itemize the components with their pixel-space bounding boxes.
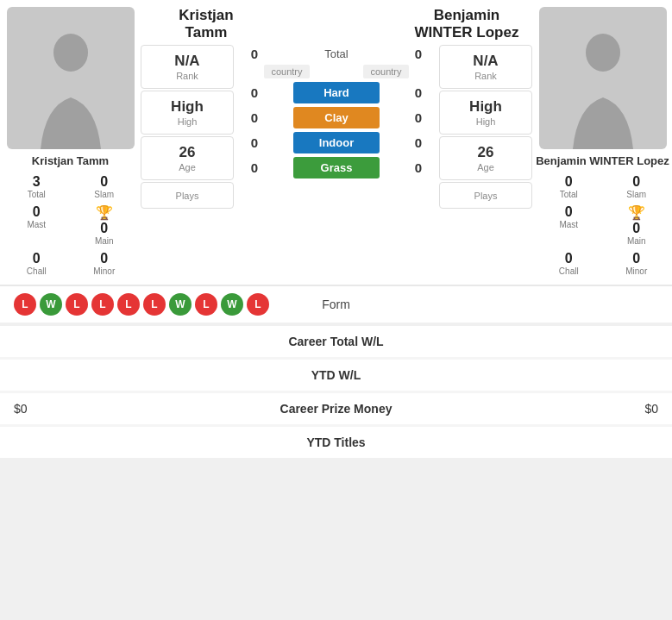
left-age-label: Age xyxy=(179,162,196,172)
bottom-row-career_prize: $0Career Prize Money$0 xyxy=(0,393,672,424)
stat-main-right-label: Main xyxy=(627,236,646,246)
stat-mast-left-value: 0 xyxy=(33,204,41,220)
form-badge-3: L xyxy=(91,293,114,316)
stat-minor-right-label: Minor xyxy=(625,266,647,276)
stat-chall-right-value: 0 xyxy=(565,251,573,266)
stat-chall-right: 0 Chall xyxy=(536,249,602,278)
right-high-value: High xyxy=(469,98,502,116)
form-badge-8: W xyxy=(221,293,243,316)
left-country: country xyxy=(264,65,309,78)
stat-chall-left-label: Chall xyxy=(27,266,47,276)
right-age-box: 26 Age xyxy=(439,136,532,180)
bottom-row-left-career_prize: $0 xyxy=(14,402,242,416)
form-badge-7: L xyxy=(195,293,217,316)
form-badges-left: LWLLLLWLWL xyxy=(14,293,285,316)
left-high-value: High xyxy=(171,98,204,116)
avatar-right xyxy=(539,7,667,149)
stat-slam-right-label: Slam xyxy=(626,190,646,199)
right-country: country xyxy=(363,65,408,78)
stat-total-left-label: Total xyxy=(28,190,46,199)
silhouette-left-icon xyxy=(32,28,110,149)
stat-total-right-value: 0 xyxy=(565,174,573,190)
left-clay: 0 xyxy=(237,110,272,125)
stat-slam-left: 0 Slam xyxy=(72,172,138,201)
stat-mast-right-label: Mast xyxy=(559,220,578,229)
stat-minor-right-value: 0 xyxy=(632,251,640,266)
form-label: Form xyxy=(285,297,388,311)
bottom-row-center-ytd_wl: YTD W/L xyxy=(242,368,431,382)
right-hard: 0 xyxy=(401,85,436,100)
stat-minor-left: 0 Minor xyxy=(72,249,138,278)
player-right-stats: 0 Total 0 Slam 0 Mast 🏆 0 Main 0 xyxy=(536,172,669,278)
right-rank-value: N/A xyxy=(473,53,498,70)
grass-row: 0 Grass 0 xyxy=(237,155,436,180)
right-rank-box: N/A Rank xyxy=(439,45,532,89)
bottom-row-center-career_prize: Career Prize Money xyxy=(242,402,431,416)
clay-surface-pill: Clay xyxy=(293,107,380,128)
right-age-label: Age xyxy=(477,162,494,172)
silhouette-right-icon xyxy=(564,28,642,149)
left-high-label: High xyxy=(178,116,198,127)
svg-point-0 xyxy=(53,34,88,72)
left-grass: 0 xyxy=(237,160,272,175)
form-badge-4: L xyxy=(117,293,140,316)
form-section: LWLLLLWLWL Form xyxy=(0,286,672,323)
stat-minor-left-value: 0 xyxy=(100,251,108,266)
player-right: Benjamin WINTER Lopez 0 Total 0 Slam 0 M… xyxy=(536,7,669,278)
stat-slam-left-label: Slam xyxy=(94,190,114,199)
left-total: 0 xyxy=(237,47,272,61)
left-high-box: High High xyxy=(141,91,234,135)
main-container: Kristjan Tamm 3 Total 0 Slam 0 Mast 🏆 0 xyxy=(0,0,672,458)
left-side-boxes: N/A Rank High High 26 Age Plays xyxy=(141,45,234,209)
left-plays-box: Plays xyxy=(141,182,234,209)
stat-mast-right-value: 0 xyxy=(565,204,573,220)
hard-label-container: Hard xyxy=(272,82,401,103)
player-left: Kristjan Tamm 3 Total 0 Slam 0 Mast 🏆 0 xyxy=(3,7,137,278)
right-side-boxes: N/A Rank High High 26 Age Plays xyxy=(439,45,532,209)
scores-surfaces-col: 0 Total 0 country country 0 Hard xyxy=(234,45,439,180)
right-high-label: High xyxy=(476,116,496,127)
bottom-row-center-career_total: Career Total W/L xyxy=(242,335,431,348)
player-left-stats: 3 Total 0 Slam 0 Mast 🏆 0 Main 0 xyxy=(3,172,137,278)
right-plays-box: Plays xyxy=(439,182,532,209)
stat-main-left-value: 0 xyxy=(100,221,108,236)
stat-main-left: 🏆 0 Main xyxy=(72,203,138,247)
indoor-surface-pill: Indoor xyxy=(293,132,380,153)
left-rank-value: N/A xyxy=(174,53,199,70)
indoor-label-container: Indoor xyxy=(272,132,401,153)
form-badge-2: L xyxy=(66,293,88,316)
right-age-value: 26 xyxy=(478,144,494,161)
left-age-value: 26 xyxy=(179,144,196,161)
left-hard: 0 xyxy=(237,85,272,100)
names-row: Kristjan Tamm Benjamin WINTER Lopez xyxy=(137,7,536,45)
stat-mast-left-label: Mast xyxy=(27,220,46,229)
form-badge-0: L xyxy=(14,293,36,316)
svg-point-1 xyxy=(586,34,620,72)
right-high-box: High High xyxy=(439,91,532,135)
left-rank-label: Rank xyxy=(176,71,198,81)
stat-slam-right: 0 Slam xyxy=(604,172,670,201)
total-row: 0 Total 0 xyxy=(237,45,436,63)
left-age-box: 26 Age xyxy=(141,136,234,180)
comparison-section: Kristjan Tamm 3 Total 0 Slam 0 Mast 🏆 0 xyxy=(0,0,672,286)
form-badge-5: L xyxy=(143,293,166,316)
bottom-row-ytd_wl: YTD W/L xyxy=(0,360,672,391)
stat-chall-left: 0 Chall xyxy=(3,249,70,278)
clay-label-container: Clay xyxy=(272,107,401,128)
right-plays-label: Plays xyxy=(474,191,498,201)
clay-row: 0 Clay 0 xyxy=(237,105,436,130)
stat-minor-right: 0 Minor xyxy=(604,249,670,278)
left-name-center: Kristjan Tamm xyxy=(146,7,267,41)
player-left-name: Kristjan Tamm xyxy=(32,154,109,167)
grass-surface-pill: Grass xyxy=(293,157,380,178)
right-rank-label: Rank xyxy=(474,71,497,81)
stat-chall-right-label: Chall xyxy=(559,266,579,276)
bottom-row-center-ytd_titles: YTD Titles xyxy=(242,435,431,449)
indoor-row: 0 Indoor 0 xyxy=(237,130,436,155)
player-right-name: Benjamin WINTER Lopez xyxy=(536,154,669,167)
stat-mast-left: 0 Mast xyxy=(3,203,70,247)
stat-main-right-value: 0 xyxy=(632,221,640,236)
stat-minor-left-label: Minor xyxy=(93,266,115,276)
stat-slam-right-value: 0 xyxy=(632,174,640,190)
form-badge-1: W xyxy=(40,293,62,316)
